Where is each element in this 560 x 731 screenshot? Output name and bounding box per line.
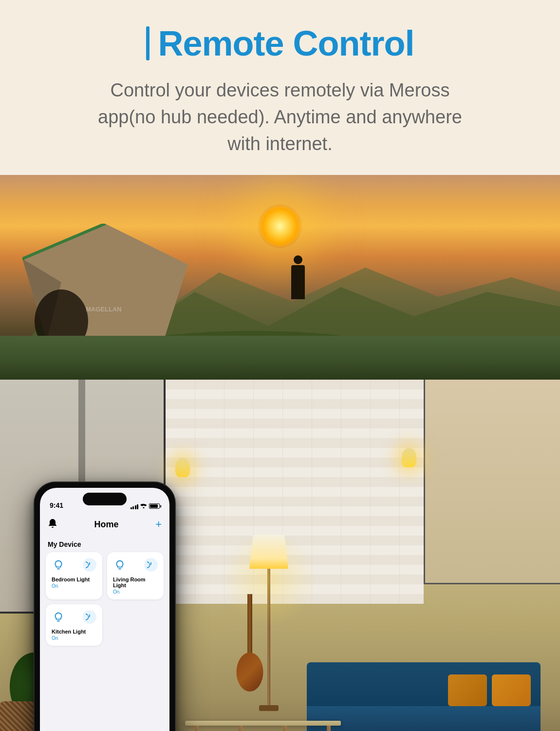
- dynamic-island: [83, 493, 127, 505]
- sofa: [307, 662, 541, 731]
- sconce-right: [402, 448, 416, 467]
- wifi-icon: [140, 503, 147, 509]
- title-bar-decoration: [146, 26, 149, 60]
- living-room-bg: *Please grant Meross app to use mobile d…: [0, 380, 560, 731]
- status-time: 9:41: [50, 501, 63, 509]
- device-status-kitchen: On: [52, 635, 96, 641]
- bell-icon[interactable]: [48, 518, 57, 531]
- top-section: Remote Control Control your devices remo…: [0, 0, 560, 157]
- basket-decoration: [0, 701, 39, 731]
- device-card-kitchen[interactable]: Kitchen Light On: [46, 604, 102, 646]
- phone-mockup: 9:41: [34, 482, 175, 731]
- device-status-living-room: On: [113, 589, 158, 595]
- lamp-base: [259, 705, 279, 711]
- device-name-living-room: Living Room Light: [113, 577, 158, 588]
- subtitle-text: Control your devices remotely via Meross…: [90, 77, 470, 157]
- device-card-bedroom[interactable]: Bedroom Light On: [46, 552, 102, 599]
- coffee-table: [185, 721, 341, 731]
- title-text: Remote Control: [158, 23, 414, 63]
- brick-wall: [166, 380, 424, 604]
- device-card-icons-lr: [113, 558, 158, 572]
- power-button-bedroom[interactable]: [83, 558, 96, 572]
- tent-graphic: MAGELLAN: [22, 224, 188, 341]
- signal-bars: [131, 503, 139, 509]
- lamp-shade: [249, 535, 288, 569]
- bulb-icon-living-room: [113, 558, 127, 572]
- sconce-left: [175, 458, 190, 477]
- person-silhouette: [291, 265, 305, 299]
- my-device-label: My Device: [48, 540, 81, 548]
- device-status-bedroom: On: [52, 583, 96, 589]
- device-card-living-room[interactable]: Living Room Light On: [107, 552, 164, 599]
- phone-frame: 9:41: [34, 482, 175, 731]
- pillow-1: [492, 674, 531, 706]
- bulb-icon-bedroom: [52, 558, 65, 572]
- device-card-icons-kitchen: [52, 610, 96, 624]
- main-title: Remote Control: [29, 23, 531, 63]
- device-card-icons: [52, 558, 96, 572]
- app-header: Home +: [40, 512, 169, 537]
- bulb-icon-kitchen: [52, 610, 65, 624]
- power-button-living-room[interactable]: [144, 558, 158, 572]
- sun-graphic: [258, 204, 302, 248]
- phone-screen: 9:41: [40, 488, 169, 731]
- app-header-title: Home: [94, 519, 119, 530]
- battery-icon: [149, 503, 160, 509]
- signal-bar-1: [131, 507, 132, 509]
- device-name-bedroom: Bedroom Light: [52, 577, 96, 582]
- svg-text:MAGELLAN: MAGELLAN: [86, 306, 122, 313]
- outdoor-scene: MAGELLAN: [0, 175, 560, 380]
- signal-bar-2: [132, 506, 134, 509]
- ground-graphic: [0, 336, 560, 380]
- pillow-2: [448, 674, 487, 706]
- guitar-prop: [235, 594, 264, 692]
- lamp-pole: [267, 569, 270, 705]
- living-room-section: *Please grant Meross app to use mobile d…: [0, 380, 560, 731]
- status-icons: [131, 503, 160, 509]
- device-grid: Bedroom Light On: [46, 552, 164, 646]
- signal-bar-3: [135, 505, 136, 509]
- add-device-button[interactable]: +: [155, 518, 162, 531]
- device-name-kitchen: Kitchen Light: [52, 629, 96, 635]
- signal-bar-4: [137, 504, 138, 509]
- power-button-kitchen[interactable]: [83, 610, 96, 624]
- window-right: [424, 380, 560, 584]
